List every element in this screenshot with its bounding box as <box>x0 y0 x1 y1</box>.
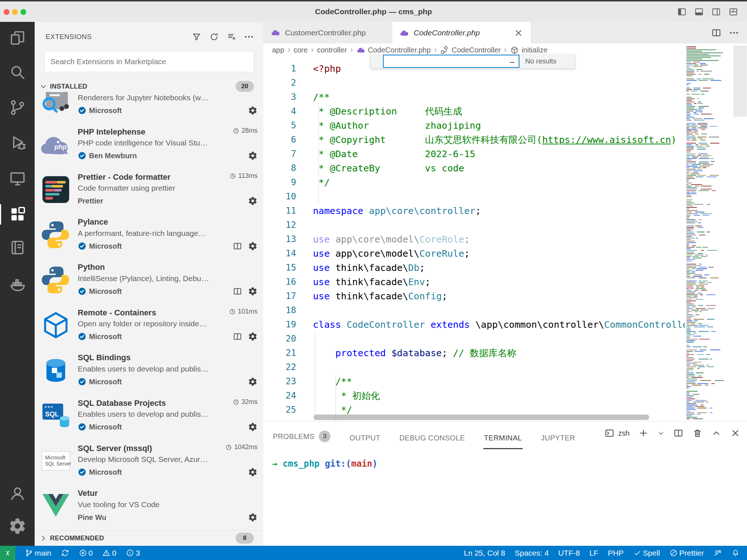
panel-tab-jupyter[interactable]: JUPYTER <box>540 434 576 449</box>
recommended-section-header[interactable]: RECOMMENDED 8 <box>35 530 263 546</box>
extension-item[interactable]: SQL BindingsEnables users to develop and… <box>35 349 263 394</box>
more-actions-icon[interactable]: ··· <box>244 35 254 39</box>
gear-icon[interactable] <box>248 106 258 115</box>
clear-all-icon[interactable] <box>227 32 236 42</box>
more-actions-icon[interactable]: ··· <box>729 31 739 35</box>
minimap[interactable] <box>685 45 733 421</box>
find-input[interactable] <box>383 55 519 68</box>
split-install-icon[interactable] <box>233 241 242 251</box>
split-editor-icon[interactable] <box>711 28 721 38</box>
gear-icon[interactable] <box>248 287 258 296</box>
activitybar-search[interactable] <box>0 61 35 83</box>
filter-icon[interactable] <box>192 32 201 42</box>
activitybar-remote-explorer[interactable] <box>0 168 35 190</box>
find-option-icon[interactable] <box>508 58 516 65</box>
branch-icon <box>25 549 33 557</box>
line-number: 8 <box>263 161 296 175</box>
terminal-icon[interactable] <box>604 428 615 438</box>
spell[interactable]: Spell <box>633 549 660 557</box>
extension-item[interactable]: PylanceA performant, feature-rich langua… <box>35 214 263 259</box>
activitybar-run-debug[interactable] <box>0 131 35 153</box>
tab-customercontroller[interactable]: CustomerController.php <box>263 22 392 43</box>
infos[interactable]: 3 <box>126 549 140 557</box>
customize-layout-icon[interactable] <box>728 7 738 17</box>
gear-icon[interactable] <box>248 241 258 251</box>
gear-icon[interactable] <box>248 196 258 206</box>
line-text: protected $database; // 数据库名称 <box>296 346 516 360</box>
activitybar-extensions[interactable] <box>0 203 35 225</box>
toggle-right-sidebar-icon[interactable] <box>711 7 721 17</box>
horizontal-scrollbar[interactable] <box>314 415 649 420</box>
activitybar-files[interactable] <box>0 27 35 49</box>
tab-codecontroller[interactable]: CodeController.php <box>392 22 531 44</box>
breadcrumb-item[interactable]: core <box>294 46 308 54</box>
close-icon[interactable] <box>730 428 740 438</box>
errors[interactable]: 0 <box>79 549 93 557</box>
breadcrumb-item[interactable]: CodeController.php <box>356 46 431 55</box>
extension-item[interactable]: Prettier - Code formatter113msCode forma… <box>35 168 263 214</box>
panel-tab-terminal[interactable]: TERMINAL <box>483 434 523 449</box>
prettier[interactable]: Prettier <box>669 549 704 557</box>
extension-publisher: Ben Mewburn <box>78 151 248 160</box>
refresh-icon[interactable] <box>209 32 219 42</box>
activitybar-source-control[interactable] <box>0 97 35 118</box>
split-install-icon[interactable] <box>233 332 242 341</box>
extension-item[interactable]: SQLSQL Database Projects32msEnables user… <box>35 394 263 440</box>
extension-item[interactable]: VeturVue tooling for VS CodePine Wu <box>35 485 263 530</box>
gear-icon[interactable] <box>248 377 258 386</box>
split-install-icon[interactable] <box>233 287 242 296</box>
panel-tab-problems[interactable]: PROBLEMS3 <box>272 431 331 449</box>
git-branch[interactable]: main <box>25 549 51 557</box>
remote-indicator[interactable] <box>0 546 15 560</box>
panel-tab-output[interactable]: OUTPUT <box>349 434 381 449</box>
extension-item[interactable]: phpPHP Intelephense28msPHP code intellig… <box>35 123 263 168</box>
sync[interactable] <box>61 549 69 557</box>
search-input[interactable]: Search Extensions in Marketplace <box>44 51 254 72</box>
installed-count-badge: 20 <box>236 81 254 92</box>
terminal-output[interactable]: → cms_php git:(main) <box>263 449 747 469</box>
indentation[interactable]: Spaces: 4 <box>515 549 549 557</box>
files-icon <box>8 29 27 47</box>
gear-icon[interactable] <box>248 467 258 477</box>
cursor-position[interactable]: Ln 25, Col 8 <box>464 549 505 557</box>
breadcrumb-item[interactable]: controller <box>317 46 347 54</box>
breadcrumb-item[interactable]: app <box>272 46 284 54</box>
breadcrumb-item[interactable]: CodeController <box>440 46 501 55</box>
eol[interactable]: LF <box>589 549 599 557</box>
extension-actions <box>248 422 258 432</box>
history-clock-icon <box>232 398 240 406</box>
breadcrumb-item[interactable]: initialize <box>510 46 547 55</box>
activitybar-account[interactable] <box>0 482 35 504</box>
panel-tab-debug-console[interactable]: DEBUG CONSOLE <box>399 434 466 449</box>
extension-item[interactable]: MicrosoftSQL ServerSQL Server (mssql)104… <box>35 440 263 485</box>
vertical-scrollbar[interactable] <box>733 43 747 421</box>
split-icon[interactable] <box>673 428 684 438</box>
activitybar-settings[interactable] <box>0 515 35 537</box>
toggle-panel-icon[interactable] <box>694 7 704 17</box>
trash-icon[interactable] <box>692 428 703 438</box>
chevron-down-icon[interactable] <box>657 429 665 437</box>
encoding[interactable]: UTF-8 <box>558 549 580 557</box>
gear-icon[interactable] <box>248 151 258 160</box>
warnings[interactable]: 0 <box>102 549 116 557</box>
gear-icon[interactable] <box>248 513 258 522</box>
activitybar-docker[interactable] <box>0 273 35 295</box>
notifications[interactable] <box>731 549 740 557</box>
toggle-left-sidebar-icon[interactable] <box>677 7 687 17</box>
code-area[interactable]: 1<?php23/**4 * @Description 代码生成5 * @Aut… <box>263 57 685 421</box>
language-mode[interactable]: PHP <box>608 549 623 557</box>
plus-icon[interactable] <box>638 428 649 438</box>
chevron-up-icon[interactable] <box>711 428 721 438</box>
activitybar-notebook[interactable] <box>0 237 35 258</box>
code-line: 22 <box>263 360 685 374</box>
sidebar-header: EXTENSIONS ··· <box>35 22 263 48</box>
code-line: 15use think\facade\Db; <box>263 261 685 275</box>
extension-item[interactable]: Remote - Containers101msOpen any folder … <box>35 304 263 349</box>
gear-icon[interactable] <box>248 422 258 432</box>
close-tab-icon[interactable] <box>514 28 523 38</box>
extension-item[interactable]: Renderers for Jupyter Notebooks (w…Micro… <box>35 92 263 123</box>
gear-icon[interactable] <box>248 332 258 341</box>
feedback[interactable] <box>713 549 722 557</box>
extension-publisher: Microsoft <box>78 332 233 341</box>
extension-item[interactable]: PythonIntelliSense (Pylance), Linting, D… <box>35 259 263 304</box>
